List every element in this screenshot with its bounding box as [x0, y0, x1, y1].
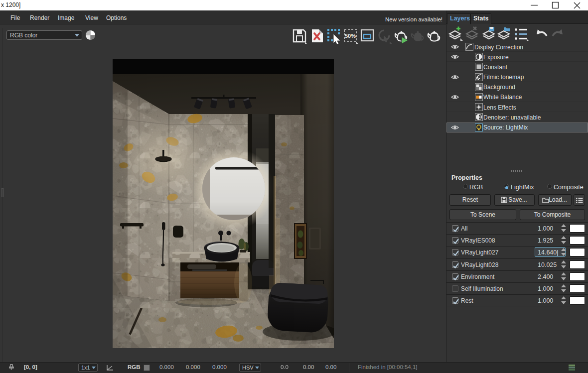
svg-text:50%: 50% — [345, 33, 356, 39]
